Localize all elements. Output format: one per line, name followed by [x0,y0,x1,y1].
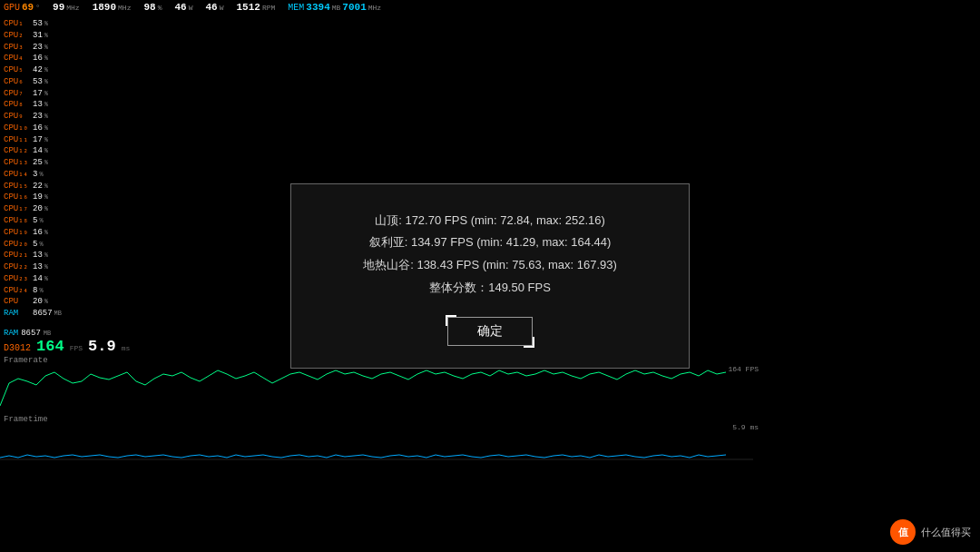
confirm-button[interactable]: 确定 [447,317,533,346]
dialog-overlay: 山顶: 172.70 FPS (min: 72.84, max: 252.16)… [0,0,980,552]
dialog-box: 山顶: 172.70 FPS (min: 72.84, max: 252.16)… [290,183,690,370]
dialog-line2: 叙利亚: 134.97 FPS (min: 41.29, max: 164.44… [318,232,662,254]
dialog-btn-area: 确定 [318,317,662,346]
dialog-content: 山顶: 172.70 FPS (min: 72.84, max: 252.16)… [318,210,662,300]
dialog-line1: 山顶: 172.70 FPS (min: 72.84, max: 252.16) [318,210,662,232]
watermark-text: 什么值得买 [921,526,971,539]
watermark: 值 什么值得买 [890,519,971,545]
dialog-line4: 整体分数：149.50 FPS [318,277,662,300]
watermark-icon: 值 [890,519,916,545]
dialog-line3: 地热山谷: 138.43 FPS (min: 75.63, max: 167.9… [318,254,662,277]
